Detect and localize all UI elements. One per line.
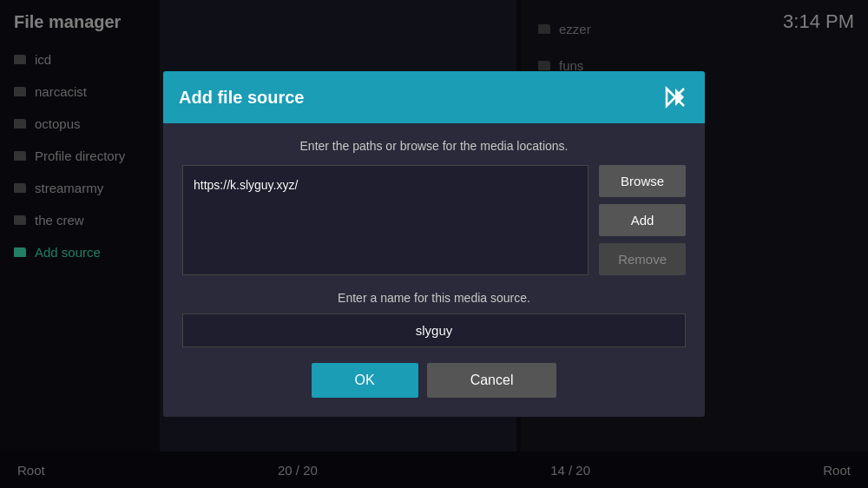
remove-button[interactable]: Remove [599, 243, 686, 275]
dialog-title: Add file source [179, 88, 304, 108]
source-list[interactable]: https://k.slyguy.xyz/ [182, 165, 589, 275]
name-section: Enter a name for this media source. [182, 291, 686, 347]
source-area: https://k.slyguy.xyz/ Browse Add Remove [182, 165, 686, 275]
cancel-button[interactable]: Cancel [427, 363, 557, 398]
kodi-logo [661, 83, 689, 111]
add-file-source-dialog: Add file source Enter the paths or brows… [163, 71, 705, 417]
name-input[interactable] [182, 313, 686, 347]
dialog-header: Add file source [163, 71, 705, 123]
dialog-description: Enter the paths or browse for the media … [182, 139, 686, 153]
dialog-body: Enter the paths or browse for the media … [163, 123, 705, 417]
browse-button[interactable]: Browse [599, 165, 686, 197]
add-button[interactable]: Add [599, 204, 686, 236]
source-buttons: Browse Add Remove [599, 165, 686, 275]
ok-button[interactable]: OK [312, 363, 418, 398]
dialog-actions: OK Cancel [182, 363, 686, 398]
name-description: Enter a name for this media source. [182, 291, 686, 305]
svg-marker-0 [667, 89, 675, 106]
source-path-item[interactable]: https://k.slyguy.xyz/ [190, 173, 581, 197]
